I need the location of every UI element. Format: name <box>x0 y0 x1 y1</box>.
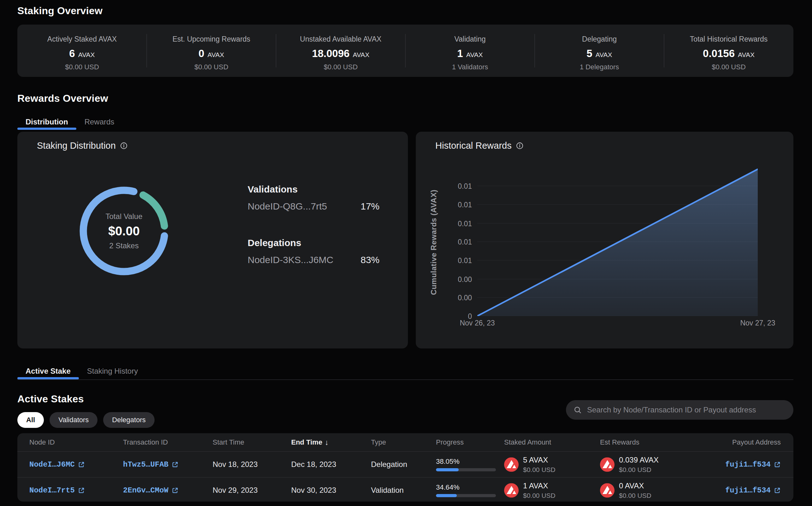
est-rewards-cell: 0.039 AVAX$0.00 USD <box>600 455 659 474</box>
table-row: NodeI…7rt5 2EnGv…CMoW Nov 29, 2023 Nov 3… <box>17 477 793 502</box>
progress-bar-fill <box>436 468 459 471</box>
stat-sub: 1 Delegators <box>580 63 619 71</box>
avax-logo-icon <box>504 457 519 472</box>
delegations-row: NodeID-3KS...J6MC 83% <box>248 255 380 265</box>
filter-all-button[interactable]: All <box>17 412 44 428</box>
stat-sub: $0.00 USD <box>194 63 228 71</box>
staked-usd: $0.00 USD <box>523 466 555 474</box>
progress-bar <box>436 468 496 471</box>
stat-unit: AVAX <box>466 51 483 59</box>
est-usd: $0.00 USD <box>619 492 652 499</box>
external-link-icon <box>78 487 85 494</box>
donut-center-value: $0.00 <box>108 224 140 238</box>
donut-center: Total Value $0.00 2 Stakes <box>72 179 176 283</box>
stat-unit: AVAX <box>596 51 612 59</box>
filter-delegators-button[interactable]: Delegators <box>103 412 154 428</box>
stat-unit: AVAX <box>353 51 369 59</box>
col-type: Type <box>371 438 386 446</box>
est-value: 0.039 AVAX <box>619 455 659 465</box>
end-time: Nov 30, 2023 <box>291 486 336 495</box>
stat-sub: $0.00 USD <box>324 63 358 71</box>
info-icon[interactable] <box>120 142 127 149</box>
stat-label: Est. Upcoming Rewards <box>173 35 251 44</box>
active-stakes-table: Node ID Transaction ID Start Time End Ti… <box>17 433 793 502</box>
validation-pct: 17% <box>360 201 380 212</box>
stat-sub: $0.00 USD <box>65 63 99 71</box>
stat-label: Total Historical Rewards <box>690 35 768 44</box>
stat-label: Delegating <box>582 35 617 44</box>
stat-value: 0 <box>198 48 204 60</box>
staked-amount-cell: 5 AVAX$0.00 USD <box>504 455 555 474</box>
delegation-pct: 83% <box>360 255 380 265</box>
staking-distribution-card: Staking Distribution Total Value $0.00 2… <box>17 132 408 348</box>
y-axis-title: Cumulative Rewards (AVAX) <box>429 190 438 295</box>
stat-value: 0.0156 <box>703 48 735 60</box>
start-time: Nov 29, 2023 <box>213 486 258 495</box>
stat-unit: AVAX <box>208 51 224 59</box>
progress-percent: 38.05% <box>436 457 496 466</box>
stat-sub: 1 Validators <box>452 63 488 71</box>
col-end-time-sort[interactable]: End Time ↓ <box>291 438 329 447</box>
col-staked-amount: Staked Amount <box>504 438 551 446</box>
y-tick: 0.01 <box>450 256 472 265</box>
stat-delegating: Delegating 5AVAX 1 Delegators <box>535 24 664 77</box>
staked-value: 1 AVAX <box>523 482 555 490</box>
historical-rewards-title: Historical Rewards <box>435 141 512 151</box>
stat-validating: Validating 1AVAX 1 Validators <box>405 24 535 77</box>
col-node-id: Node ID <box>29 438 55 446</box>
est-usd: $0.00 USD <box>619 466 659 474</box>
stat-actively-staked: Actively Staked AVAX 6AVAX $0.00 USD <box>17 24 147 77</box>
x-tick-end: Nov 27, 23 <box>723 319 793 327</box>
node-id-link[interactable]: NodeI…7rt5 <box>29 486 85 495</box>
stakes-tabbar: Active Stake Staking History <box>17 363 793 380</box>
external-link-icon <box>774 487 781 494</box>
sort-desc-icon: ↓ <box>325 438 329 447</box>
transaction-id-link[interactable]: hTwz5…UFAB <box>123 460 179 469</box>
stake-filters: All Validators Delegators <box>17 412 154 428</box>
search-input[interactable] <box>587 405 790 415</box>
external-link-icon <box>78 461 85 468</box>
rewards-tabbar: Distribution Rewards <box>17 114 122 130</box>
avax-logo-icon <box>600 483 614 498</box>
stat-value: 6 <box>69 48 75 60</box>
stat-value: 1 <box>457 48 463 60</box>
cumulative-rewards-line-chart <box>477 169 758 316</box>
filter-validators-button[interactable]: Validators <box>50 412 97 428</box>
validations-header: Validations <box>248 184 297 195</box>
table-header: Node ID Transaction ID Start Time End Ti… <box>17 433 793 452</box>
avax-logo-icon <box>600 457 614 472</box>
active-stakes-title: Active Stakes <box>17 393 84 405</box>
staked-value: 5 AVAX <box>523 455 555 465</box>
rewards-overview-title: Rewards Overview <box>17 93 108 104</box>
end-time: Dec 18, 2023 <box>291 460 336 469</box>
page-title: Staking Overview <box>17 5 103 17</box>
delegations-header: Delegations <box>248 238 301 248</box>
external-link-icon <box>172 461 179 468</box>
stat-value: 5 <box>587 48 592 60</box>
validation-node-id: NodeID-Q8G...7rt5 <box>248 201 327 212</box>
historical-rewards-card: Historical Rewards Cumulative Rewards (A… <box>416 132 793 348</box>
est-value: 0 AVAX <box>619 482 652 490</box>
col-payout-address: Payout Address <box>732 438 781 446</box>
stat-value: 18.0096 <box>312 48 349 60</box>
tab-rewards[interactable]: Rewards <box>76 114 123 130</box>
info-icon[interactable] <box>516 142 523 149</box>
payout-address-link[interactable]: fuji1…f534 <box>725 460 781 469</box>
stat-unit: AVAX <box>78 51 95 59</box>
progress-cell: 38.05% <box>436 457 496 471</box>
stakes-search[interactable] <box>566 400 793 420</box>
stat-label: Validating <box>454 35 485 44</box>
tab-staking-history[interactable]: Staking History <box>79 363 146 380</box>
node-id-link[interactable]: NodeI…J6MC <box>29 460 85 469</box>
stat-label: Unstaked Available AVAX <box>300 35 382 44</box>
y-tick: 0.01 <box>450 201 472 209</box>
y-tick: 0.00 <box>450 275 472 284</box>
tab-active-stake[interactable]: Active Stake <box>17 363 79 380</box>
tab-distribution[interactable]: Distribution <box>17 114 76 130</box>
transaction-id-link[interactable]: 2EnGv…CMoW <box>123 486 179 495</box>
x-tick-start: Nov 26, 23 <box>443 319 512 327</box>
payout-address-link[interactable]: fuji1…f534 <box>725 486 781 495</box>
col-est-rewards: Est Rewards <box>600 438 639 446</box>
stat-unstaked-available: Unstaked Available AVAX 18.0096AVAX $0.0… <box>276 24 405 77</box>
table-row: NodeI…J6MC hTwz5…UFAB Nov 18, 2023 Dec 1… <box>17 452 793 477</box>
